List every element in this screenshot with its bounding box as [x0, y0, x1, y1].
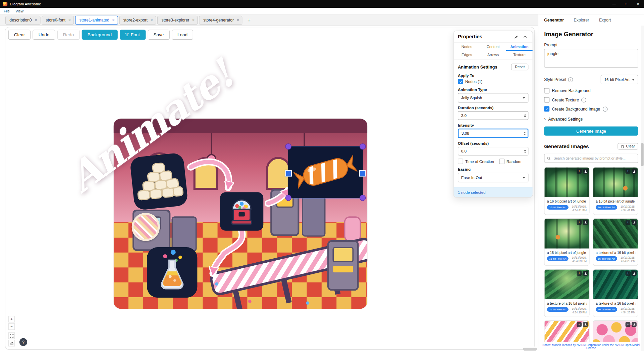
generated-search[interactable]	[544, 154, 638, 163]
tab-store0-font[interactable]: store0-font ×	[42, 15, 74, 25]
clear-generated-button[interactable]: Clear	[618, 143, 638, 150]
download-icon[interactable]	[632, 322, 637, 327]
style-preset-select[interactable]: 16-bit Pixel Art	[600, 75, 638, 84]
fit-view-button[interactable]	[8, 333, 15, 339]
info-icon[interactable]: i	[603, 106, 608, 112]
animation-type-select[interactable]: Jelly Squish	[458, 93, 528, 102]
download-icon[interactable]	[632, 220, 637, 225]
save-button[interactable]: Save	[148, 30, 169, 40]
generated-image-thumbnail[interactable]: +	[544, 270, 589, 300]
random-checkbox[interactable]	[499, 159, 504, 164]
node-swirl-candy[interactable]	[132, 213, 160, 241]
resize-handle-bottom-right[interactable]	[360, 195, 366, 201]
easing-select[interactable]: Ease In-Out	[458, 173, 528, 182]
generated-image-thumbnail[interactable]: +	[593, 321, 638, 342]
intensity-input[interactable]	[458, 129, 528, 138]
resize-handle-left[interactable]	[285, 170, 292, 176]
edit-pencil-icon[interactable]	[513, 34, 520, 40]
nodes-checkbox[interactable]	[458, 79, 463, 84]
add-to-canvas-icon[interactable]: +	[626, 169, 631, 174]
redo-button[interactable]: Redo	[57, 30, 80, 40]
minimize-button[interactable]: —	[608, 0, 620, 8]
lock-button[interactable]	[8, 340, 15, 347]
help-button[interactable]: ?	[19, 338, 27, 346]
zoom-in-button[interactable]: +	[8, 316, 15, 322]
download-icon[interactable]	[632, 271, 637, 276]
menu-view[interactable]: View	[13, 9, 26, 13]
tab-store3-explorer[interactable]: store3-explorer ×	[157, 15, 198, 25]
sidebar-scrollbar-thumb[interactable]	[641, 143, 643, 166]
prop-tab-nodes[interactable]: Nodes	[454, 43, 480, 51]
prompt-input[interactable]: jungle	[544, 49, 638, 68]
add-to-canvas-icon[interactable]: +	[577, 169, 582, 174]
prop-tab-texture[interactable]: Texture	[506, 51, 532, 59]
resize-handle-right[interactable]	[359, 170, 366, 176]
sidebar-tab-generator[interactable]: Generator	[544, 18, 564, 23]
spinner-icon[interactable]	[524, 114, 526, 117]
info-icon[interactable]: i	[581, 97, 586, 102]
add-to-canvas-icon[interactable]: +	[577, 271, 582, 276]
tab-close-icon[interactable]: ×	[35, 18, 37, 22]
download-icon[interactable]	[583, 220, 588, 225]
tab-close-icon[interactable]: ×	[68, 18, 71, 22]
download-icon[interactable]	[632, 169, 637, 174]
tab-store1-animated[interactable]: store1-animated ×	[75, 15, 118, 25]
search-input[interactable]	[553, 156, 635, 161]
generated-image-thumbnail[interactable]: +	[544, 321, 589, 342]
prop-tab-arrows[interactable]: Arrows	[480, 51, 506, 59]
download-icon[interactable]	[583, 271, 588, 276]
create-background-image-checkbox[interactable]	[544, 106, 549, 112]
generated-image-card[interactable]: + a texture of a 16 bit pixel art o 16-b…	[593, 269, 638, 317]
add-to-canvas-icon[interactable]: +	[577, 322, 582, 327]
time-of-creation-checkbox[interactable]	[458, 159, 463, 164]
generated-image-thumbnail[interactable]: +	[593, 219, 638, 249]
new-tab-button[interactable]: +	[245, 16, 253, 24]
reset-button[interactable]: Reset	[511, 64, 528, 71]
generated-image-thumbnail[interactable]: +	[544, 167, 589, 197]
add-to-canvas-icon[interactable]: +	[626, 220, 631, 225]
node-marshmallow[interactable]	[129, 152, 189, 211]
node-potion-flask[interactable]	[147, 247, 197, 298]
zoom-out-button[interactable]: −	[8, 323, 15, 330]
tab-close-icon[interactable]: ×	[151, 18, 153, 22]
tab-store4-generator[interactable]: store4-generator ×	[199, 15, 243, 25]
download-icon[interactable]	[583, 169, 588, 174]
add-to-canvas-icon[interactable]: +	[577, 220, 582, 225]
add-to-canvas-icon[interactable]: +	[626, 322, 631, 327]
generated-image-card[interactable]: +	[593, 320, 638, 342]
download-icon[interactable]	[583, 322, 588, 327]
generated-image-thumbnail[interactable]: +	[544, 219, 589, 249]
close-button[interactable]: ✕	[632, 0, 644, 8]
create-texture-checkbox[interactable]	[544, 97, 549, 102]
advanced-settings-toggle[interactable]: › Advanced Settings	[544, 117, 638, 122]
offset-input[interactable]	[458, 147, 528, 156]
flow-canvas[interactable]: Clear Undo Redo Background T Font Save L…	[0, 26, 538, 351]
offset-value[interactable]	[458, 147, 528, 155]
load-button[interactable]: Load	[172, 30, 194, 40]
canvas-scrollbar-thumb[interactable]	[523, 348, 537, 351]
prop-tab-animation[interactable]: Animation	[506, 43, 532, 51]
remove-background-checkbox[interactable]	[544, 88, 549, 93]
undo-button[interactable]: Undo	[33, 30, 55, 40]
clear-button[interactable]: Clear	[8, 30, 31, 40]
generated-image-card[interactable]: +	[544, 320, 589, 342]
duration-value[interactable]	[458, 112, 528, 119]
tab-close-icon[interactable]: ×	[237, 18, 239, 22]
collapse-chevron-up-icon[interactable]	[522, 34, 529, 40]
generated-image-thumbnail[interactable]: +	[593, 270, 638, 300]
spinner-icon[interactable]	[524, 132, 526, 135]
add-to-canvas-icon[interactable]: +	[626, 271, 631, 276]
resize-handle-bottom-left[interactable]	[285, 195, 291, 201]
tab-close-icon[interactable]: ×	[112, 18, 114, 22]
sidebar-tab-explorer[interactable]: Explorer	[574, 18, 589, 23]
sidebar-tab-export[interactable]: Export	[599, 18, 611, 23]
generate-image-button[interactable]: Generate Image	[544, 127, 638, 136]
generated-image-card[interactable]: + a 16 bit pixel art of jungle 16-bit Pi…	[593, 167, 638, 215]
menu-file[interactable]: File	[1, 9, 12, 13]
generated-image-thumbnail[interactable]: +	[593, 167, 638, 197]
font-toggle-button[interactable]: T Font	[119, 30, 146, 40]
resize-handle-top-right[interactable]	[360, 143, 366, 149]
generated-image-card[interactable]: + a 16 bit pixel art of jungle 16-bit Pi…	[544, 218, 589, 266]
prop-tab-content[interactable]: Content	[480, 43, 506, 51]
tab-description0[interactable]: description0 ×	[5, 15, 40, 25]
